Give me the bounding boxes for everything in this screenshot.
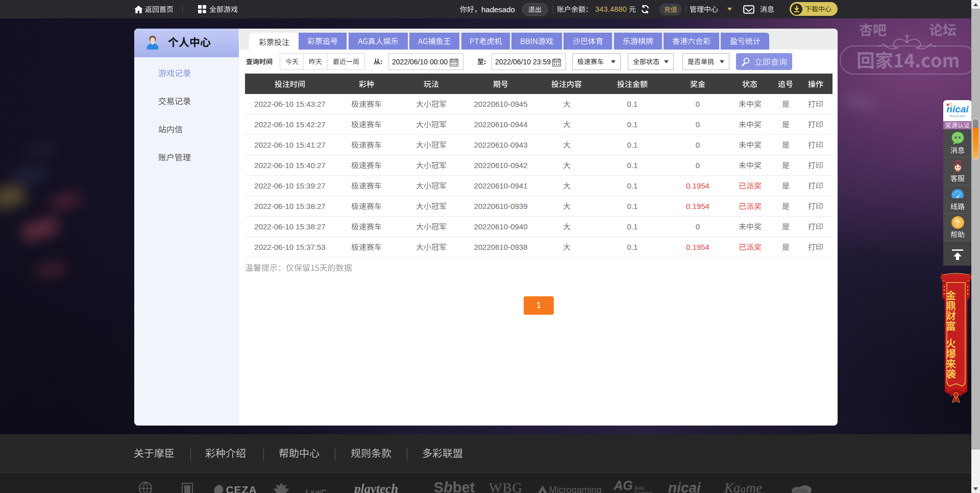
- svg-text:?: ?: [955, 219, 960, 227]
